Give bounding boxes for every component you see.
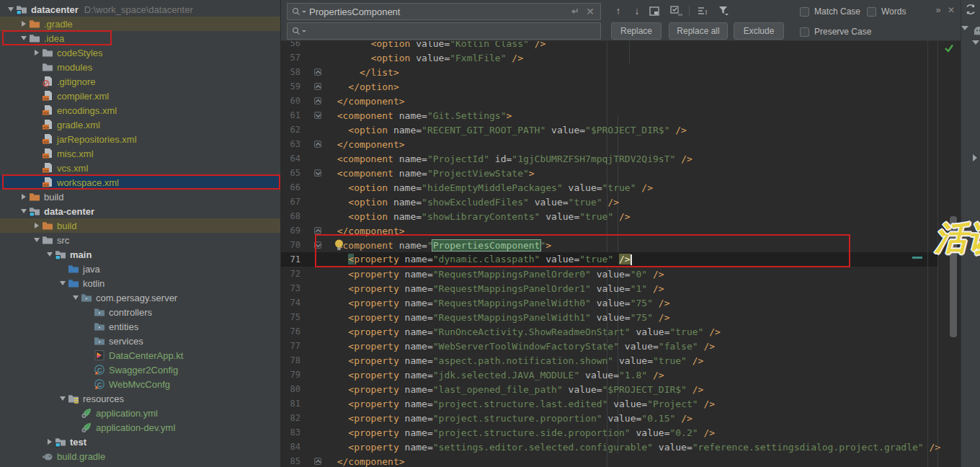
code-line-85[interactable]: 85</component> (281, 454, 937, 467)
code-line-71[interactable]: 71<property name="dynamic.classpath" val… (281, 252, 937, 267)
fold-marker-icon[interactable] (314, 97, 321, 104)
code-line-58[interactable]: 58</list> (281, 65, 937, 79)
tree-item-Swagger2Config[interactable]: CSwagger2Config (0, 363, 280, 377)
replace-icon[interactable] (288, 27, 309, 35)
tree-item-compiler.xml[interactable]: <>compiler.xml (0, 89, 280, 103)
fold-marker-icon[interactable] (314, 169, 321, 177)
code-line-69[interactable]: 69</component> (281, 223, 937, 238)
preserve-case-checkbox[interactable]: Preserve Case (800, 27, 871, 37)
code-line-72[interactable]: 72<property name="RequestMappingsPanelOr… (281, 267, 937, 281)
replace-options-dropdown-icon[interactable] (302, 30, 306, 35)
exclude-button[interactable]: Exclude (734, 22, 784, 40)
tree-item-build.gradle[interactable]: build.gradle (0, 449, 280, 463)
tree-item-java[interactable]: java (0, 262, 280, 276)
search-input[interactable] (309, 6, 567, 17)
tree-item-build[interactable]: build (0, 190, 280, 204)
code-line-60[interactable]: 60</component> (281, 94, 937, 108)
tree-item-vcs.xml[interactable]: <>vcs.xml (0, 161, 280, 175)
code-line-83[interactable]: 83<property name="project.structure.side… (281, 425, 937, 440)
tree-item-encodings.xml[interactable]: <>encodings.xml (0, 103, 280, 117)
code-line-81[interactable]: 81<property name="project.structure.last… (281, 396, 937, 411)
code-line-61[interactable]: 61<component name="Git.Settings"> (281, 108, 937, 123)
search-options-dropdown-icon[interactable] (302, 11, 306, 15)
code-line-64[interactable]: 64<component name="ProjectId" id="1gjCbU… (281, 151, 937, 166)
code-line-63[interactable]: 63</component> (281, 137, 937, 151)
intention-bulb-icon[interactable] (334, 239, 344, 251)
code-area[interactable]: 56<option value="Kotlin Class" />57<opti… (281, 36, 937, 467)
words-box[interactable] (867, 7, 876, 17)
tree-item-test[interactable]: test (0, 435, 280, 449)
tree-item-entities[interactable]: entities (0, 319, 280, 334)
tree-down-arrow-icon[interactable] (6, 7, 16, 12)
editor-pane[interactable]: 56<option value="Kotlin Class" />57<opti… (281, 0, 937, 467)
search-field[interactable]: ✕ (287, 3, 601, 20)
close-find-panel-icon[interactable]: ✕ (944, 4, 958, 17)
tree-item-build[interactable]: build (0, 218, 280, 233)
fold-marker-icon[interactable] (314, 227, 321, 234)
tree-right-arrow-icon[interactable] (32, 50, 42, 55)
tree-item-src[interactable]: src (0, 233, 280, 247)
fold-marker-icon[interactable] (314, 241, 321, 249)
code-line-75[interactable]: 75<property name="RequestMappingsPanelWi… (281, 310, 937, 324)
tree-down-arrow-icon[interactable] (19, 36, 29, 40)
newline-icon[interactable] (567, 5, 582, 18)
code-line-78[interactable]: 78<property name="aspect.path.notificati… (281, 353, 937, 368)
open-in-find-window-icon[interactable] (647, 4, 662, 17)
fold-marker-icon[interactable] (314, 141, 321, 148)
code-line-70[interactable]: 70<component name="PropertiesComponent"> (281, 238, 937, 252)
select-all-occurrences-icon[interactable]: xx (669, 4, 683, 17)
clear-search-icon[interactable]: ✕ (583, 5, 597, 18)
code-line-79[interactable]: 79<property name="jdk.selected.JAVA_MODU… (281, 368, 937, 382)
tree-item-WebMvcConfg[interactable]: CWebMvcConfg (0, 377, 280, 391)
tree-right-arrow-icon[interactable] (19, 21, 29, 27)
fold-marker-icon[interactable] (314, 68, 321, 76)
collapse-triangle-icon[interactable] (972, 40, 979, 45)
toolwindow-handle-icon[interactable] (973, 154, 977, 161)
tree-item-.idea[interactable]: .idea (0, 31, 280, 45)
tree-item-controllers[interactable]: controllers (0, 305, 280, 319)
tree-right-arrow-icon[interactable] (19, 194, 29, 200)
tree-item-misc.xml[interactable]: <>misc.xml (0, 146, 280, 161)
tree-down-arrow-icon[interactable] (32, 238, 42, 242)
tree-right-arrow-icon[interactable] (32, 223, 42, 228)
fold-marker-icon[interactable] (314, 112, 321, 119)
tree-down-arrow-icon[interactable] (58, 396, 68, 401)
tree-item-data-center[interactable]: data-center (0, 204, 280, 218)
code-line-77[interactable]: 77<property name="WebServerToolWindowFac… (281, 339, 937, 353)
tree-item-.gitignore[interactable]: .gitignore (0, 74, 280, 89)
collapse-triangle-icon[interactable] (961, 26, 968, 30)
replace-field[interactable] (287, 22, 601, 40)
tree-item-gradle.xml[interactable]: <>gradle.xml (0, 117, 280, 132)
code-line-82[interactable]: 82<property name="project.structure.prop… (281, 411, 937, 425)
search-icon[interactable] (288, 7, 309, 16)
tree-down-arrow-icon[interactable] (71, 295, 81, 300)
code-line-67[interactable]: 67<option name="showExcludedFiles" value… (281, 195, 937, 209)
more-options-icon[interactable]: » (931, 4, 945, 17)
ghost-icon[interactable] (974, 26, 980, 39)
tree-right-arrow-icon[interactable] (45, 439, 55, 445)
tree-item-com.persagy.server[interactable]: com.persagy.server (0, 290, 280, 305)
tree-item-.gradle[interactable]: .gradle (0, 17, 280, 31)
match-case-box[interactable] (800, 7, 809, 17)
replace-button[interactable]: Replace (611, 22, 662, 40)
next-occurrence-icon[interactable]: ↓ (630, 4, 644, 17)
tree-item-application-dev.yml[interactable]: application-dev.yml (0, 420, 280, 435)
tree-item-modules[interactable]: modules (0, 60, 280, 74)
tree-item-partial[interactable] (0, 463, 280, 467)
code-line-84[interactable]: 84<property name="settings.editor.select… (281, 440, 937, 454)
tree-item-application.yml[interactable]: application.yml (0, 406, 280, 420)
tree-down-arrow-icon[interactable] (45, 252, 55, 257)
tree-item-services[interactable]: services (0, 334, 280, 348)
tree-item-jarRepositories.xml[interactable]: <>jarRepositories.xml (0, 132, 280, 146)
tree-item-kotlin[interactable]: kotlin (0, 276, 280, 290)
preserve-case-box[interactable] (800, 27, 809, 37)
code-line-57[interactable]: 57<option value="FxmlFile" /> (281, 50, 937, 65)
inspections-ok-icon[interactable] (944, 43, 954, 55)
fold-marker-icon[interactable] (314, 83, 321, 90)
code-line-80[interactable]: 80<property name="last_opened_file_path"… (281, 382, 937, 396)
multiline-search-icon[interactable]: I (696, 4, 710, 17)
sync-icon[interactable] (964, 3, 977, 19)
tree-down-arrow-icon[interactable] (58, 281, 68, 285)
code-line-74[interactable]: 74<property name="RequestMappingsPanelWi… (281, 295, 937, 310)
match-case-checkbox[interactable]: Match Case (800, 6, 860, 17)
